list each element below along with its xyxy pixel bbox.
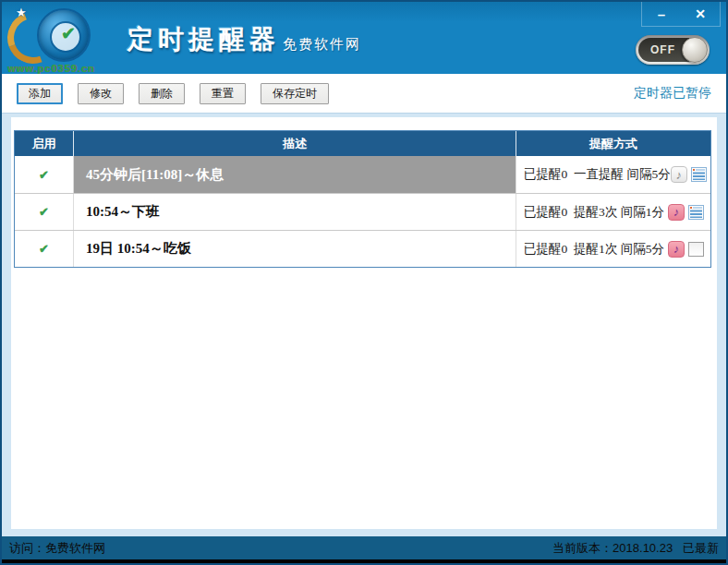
version-text: 当前版本：2018.10.23 已最新 (552, 540, 719, 557)
music-note-icon: ♪ (668, 204, 685, 221)
reminder-table: 启用 描述 提醒方式 ✔ 45分钟后[11:08]～休息 已提醒0 一直提醒 间… (14, 130, 711, 268)
app-title: 定时提醒器 (127, 22, 280, 57)
reminder-icons: ♪ (668, 204, 704, 221)
description-cell: 19日 10:54～吃饭 (74, 231, 516, 267)
reminder-text: 已提醒0 一直提醒 间隔5分 (524, 166, 671, 183)
enabled-check-icon[interactable]: ✔ (39, 205, 49, 219)
power-toggle-track: OFF (638, 38, 707, 62)
modify-button[interactable]: 修改 (78, 83, 124, 104)
logo-check-icon: ✔ (61, 23, 76, 44)
reminder-icons: ♪ (668, 241, 704, 258)
content-panel: 启用 描述 提醒方式 ✔ 45分钟后[11:08]～休息 已提醒0 一直提醒 间… (11, 117, 717, 529)
enabled-cell: ✔ (15, 231, 74, 267)
reminder-method-cell: 已提醒0 提醒1次 间隔5分 ♪ (516, 231, 710, 267)
visit-site-link[interactable]: 访问：免费软件网 (9, 540, 105, 557)
delete-button[interactable]: 删除 (139, 83, 185, 104)
close-button[interactable]: ✕ (685, 3, 716, 26)
reminder-icons: ♪ (671, 166, 707, 183)
timer-status-text: 定时器已暂停 (634, 85, 711, 102)
save-timer-button[interactable]: 保存定时 (261, 83, 329, 104)
app-subtitle: 免费软件网 (283, 36, 361, 54)
column-header-enabled: 启用 (15, 131, 74, 156)
enabled-check-icon[interactable]: ✔ (39, 168, 49, 182)
description-cell: 10:54～下班 (74, 194, 516, 230)
music-note-icon: ♪ (668, 241, 685, 258)
notes-icon (691, 167, 707, 182)
window-controls: – ✕ (641, 2, 721, 27)
add-button[interactable]: 添加 (17, 83, 63, 104)
enabled-cell: ✔ (15, 194, 74, 230)
notes-icon (688, 205, 704, 220)
enabled-cell: ✔ (15, 156, 74, 193)
logo-star-icon: ★ (16, 6, 27, 19)
statusbar: 访问：免费软件网 当前版本：2018.10.23 已最新 (2, 536, 726, 559)
minimize-button[interactable]: – (646, 3, 677, 26)
app-window: ★ ✔ www.pc0359.cn 定时提醒器 免费软件网 – ✕ OFF 添加… (0, 0, 728, 565)
enabled-check-icon[interactable]: ✔ (39, 242, 49, 256)
bottom-strip (2, 559, 726, 563)
reminder-text: 已提醒0 提醒3次 间隔1分 (524, 204, 668, 221)
reminder-method-cell: 已提醒0 一直提醒 间隔5分 ♪ (516, 156, 710, 193)
table-row[interactable]: ✔ 45分钟后[11:08]～休息 已提醒0 一直提醒 间隔5分 ♪ (15, 156, 710, 193)
column-header-description: 描述 (74, 131, 516, 156)
logo-watermark-text: www.pc0359.cn (7, 63, 95, 74)
table-row[interactable]: ✔ 10:54～下班 已提醒0 提醒3次 间隔1分 ♪ (15, 193, 710, 230)
column-header-reminder-method: 提醒方式 (516, 131, 710, 156)
reminder-method-cell: 已提醒0 提醒3次 间隔1分 ♪ (516, 194, 710, 230)
app-logo: ★ ✔ www.pc0359.cn (7, 5, 96, 71)
toolbar: 添加 修改 删除 重置 保存定时 定时器已暂停 (2, 74, 726, 114)
description-cell: 45分钟后[11:08]～休息 (74, 156, 516, 193)
power-toggle-label: OFF (650, 43, 675, 56)
titlebar: ★ ✔ www.pc0359.cn 定时提醒器 免费软件网 – ✕ OFF (2, 2, 726, 74)
reminder-text: 已提醒0 提醒1次 间隔5分 (524, 241, 668, 258)
music-note-icon: ♪ (671, 166, 687, 183)
power-toggle-knob[interactable] (682, 37, 708, 63)
table-header-row: 启用 描述 提醒方式 (15, 131, 710, 156)
table-row[interactable]: ✔ 19日 10:54～吃饭 已提醒0 提醒1次 间隔5分 ♪ (15, 230, 710, 267)
checkbox-icon (688, 242, 704, 257)
power-toggle[interactable]: OFF (636, 35, 710, 65)
content-area: 启用 描述 提醒方式 ✔ 45分钟后[11:08]～休息 已提醒0 一直提醒 间… (2, 114, 726, 536)
reset-button[interactable]: 重置 (200, 83, 246, 104)
